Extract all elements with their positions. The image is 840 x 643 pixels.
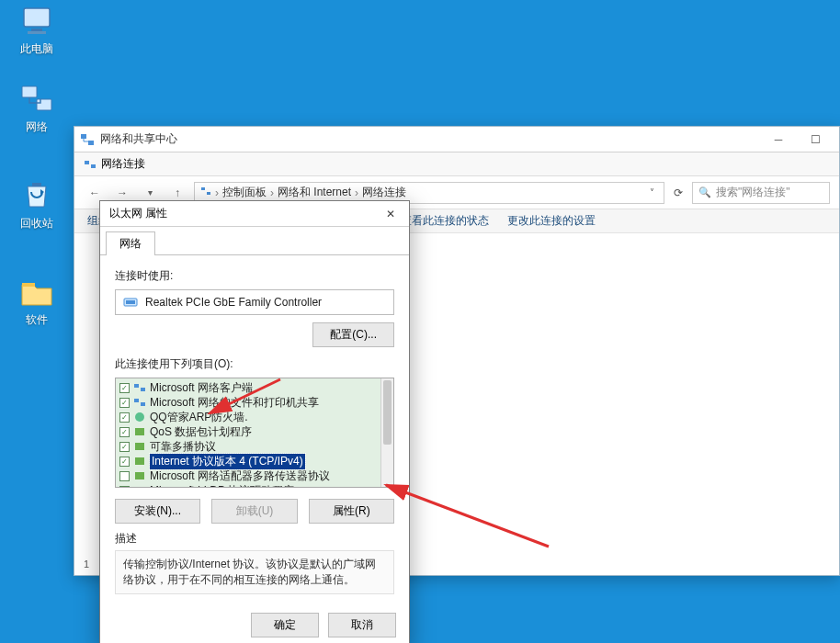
chevron-right-icon: › xyxy=(215,186,219,199)
network-component-icon xyxy=(133,382,146,393)
svg-rect-3 xyxy=(22,86,37,97)
desktop-icon-this-pc[interactable]: 此电脑 xyxy=(5,5,69,57)
desktop-icon-recycle-bin[interactable]: 回收站 xyxy=(5,179,69,231)
breadcrumb-icon xyxy=(200,186,211,199)
checkbox-icon[interactable]: ✓ xyxy=(119,486,130,489)
list-item[interactable]: ✓ 可靠多播协议 xyxy=(116,439,393,454)
list-item[interactable]: ✓ QoS 数据包计划程序 xyxy=(116,424,393,439)
scrollbar[interactable] xyxy=(380,378,393,487)
svg-rect-16 xyxy=(134,399,139,402)
network-sharing-icon xyxy=(80,132,95,147)
list-item[interactable]: ✓ QQ管家ARP防火墙. xyxy=(116,410,393,424)
install-button[interactable]: 安装(N)... xyxy=(115,499,200,524)
configure-button[interactable]: 配置(C)... xyxy=(312,322,394,347)
adapter-name: Realtek PCIe GbE Family Controller xyxy=(145,296,322,309)
svg-rect-20 xyxy=(135,443,144,450)
maximize-button[interactable]: ☐ xyxy=(797,130,834,150)
desktop-icon-label: 软件 xyxy=(5,312,69,328)
close-button[interactable]: ✕ xyxy=(376,204,405,224)
breadcrumb-item[interactable]: 控制面板 xyxy=(222,185,267,200)
properties-button[interactable]: 属性(R) xyxy=(309,499,394,524)
uninstall-button[interactable]: 卸载(U) xyxy=(211,499,297,524)
svg-rect-14 xyxy=(134,384,139,388)
explorer-tab-label: 网络连接 xyxy=(101,156,145,172)
svg-rect-1 xyxy=(31,28,42,31)
list-item[interactable]: Microsoft 网络适配器多路传送器协议 xyxy=(116,468,393,483)
svg-rect-6 xyxy=(81,134,86,139)
recycle-bin-icon xyxy=(18,179,55,212)
breadcrumb-item[interactable]: 网络连接 xyxy=(362,185,406,200)
network-icon xyxy=(18,83,55,116)
network-component-icon xyxy=(133,456,146,467)
svg-rect-0 xyxy=(24,8,50,27)
explorer-tab-strip: 网络连接 xyxy=(74,152,839,176)
tab-network[interactable]: 网络 xyxy=(106,231,155,255)
svg-rect-10 xyxy=(201,187,205,190)
list-item-label: Microsoft 网络客户端 xyxy=(150,380,253,396)
search-placeholder: 搜索"网络连接" xyxy=(716,185,790,200)
list-item[interactable]: ✓ Microsoft LLDP 协议驱动程序 xyxy=(116,483,393,488)
chevron-right-icon: › xyxy=(270,186,274,199)
dialog-titlebar[interactable]: 以太网 属性 ✕ xyxy=(100,201,409,227)
network-component-icon xyxy=(133,441,146,452)
checkbox-icon[interactable] xyxy=(119,471,130,481)
checkbox-icon[interactable]: ✓ xyxy=(119,412,130,423)
svg-rect-11 xyxy=(207,192,210,195)
svg-rect-19 xyxy=(135,428,144,435)
network-adapter-icon xyxy=(123,296,138,309)
checkbox-icon[interactable]: ✓ xyxy=(119,457,130,467)
list-item-label: QoS 数据包计划程序 xyxy=(150,424,252,440)
breadcrumb-item[interactable]: 网络和 Internet xyxy=(278,185,351,200)
desktop-icon-folder[interactable]: 软件 xyxy=(5,276,69,328)
svg-rect-15 xyxy=(141,388,145,391)
network-connections-icon xyxy=(84,158,96,171)
ethernet-properties-dialog: 以太网 属性 ✕ 网络 连接时使用: Realtek PCIe GbE Fami… xyxy=(99,200,410,643)
chevron-right-icon: › xyxy=(355,186,358,199)
status-item-count: 1 xyxy=(84,558,89,570)
list-item-label: Internet 协议版本 4 (TCP/IPv4) xyxy=(150,454,305,469)
svg-rect-17 xyxy=(141,402,145,406)
network-items-list[interactable]: ✓ Microsoft 网络客户端 ✓ Microsoft 网络的文件和打印机共… xyxy=(115,378,394,488)
checkbox-icon[interactable]: ✓ xyxy=(119,427,130,437)
checkbox-icon[interactable]: ✓ xyxy=(119,398,130,408)
network-component-icon xyxy=(133,412,146,423)
ok-button[interactable]: 确定 xyxy=(251,613,319,637)
computer-icon xyxy=(18,5,55,38)
titlebar[interactable]: 网络和共享中心 ─ ☐ xyxy=(74,127,839,152)
desktop-icon-label: 回收站 xyxy=(5,216,69,231)
folder-icon xyxy=(18,276,55,309)
toolbar-view-status[interactable]: 查看此连接的状态 xyxy=(401,213,489,229)
search-input[interactable]: 🔍 搜索"网络连接" xyxy=(692,182,830,204)
svg-rect-13 xyxy=(126,300,135,304)
list-item-selected[interactable]: ✓ Internet 协议版本 4 (TCP/IPv4) xyxy=(116,454,393,468)
refresh-button[interactable]: ⟳ xyxy=(670,185,687,201)
toolbar-change-settings[interactable]: 更改此连接的设置 xyxy=(507,213,596,229)
list-item-label: QQ管家ARP防火墙. xyxy=(150,410,248,425)
list-item-label: Microsoft LLDP 协议驱动程序 xyxy=(150,483,294,489)
svg-rect-23 xyxy=(135,487,144,488)
window-title: 网络和共享中心 xyxy=(100,131,760,147)
scroll-thumb[interactable] xyxy=(383,380,392,445)
checkbox-icon[interactable]: ✓ xyxy=(119,383,130,393)
svg-rect-9 xyxy=(91,164,96,168)
svg-rect-5 xyxy=(22,283,35,287)
list-item[interactable]: ✓ Microsoft 网络的文件和打印机共享 xyxy=(116,395,393,410)
desktop-icon-label: 网络 xyxy=(5,119,69,135)
dialog-body: 连接时使用: Realtek PCIe GbE Family Controlle… xyxy=(100,255,409,605)
list-item-label: Microsoft 网络的文件和打印机共享 xyxy=(150,395,319,411)
desktop-icon-network[interactable]: 网络 xyxy=(5,83,69,135)
minimize-button[interactable]: ─ xyxy=(760,130,797,150)
adapter-field: Realtek PCIe GbE Family Controller xyxy=(115,289,394,315)
svg-rect-22 xyxy=(135,472,144,479)
dialog-title: 以太网 属性 xyxy=(109,206,167,221)
svg-rect-2 xyxy=(28,31,46,34)
network-component-icon xyxy=(133,470,146,481)
description-label: 描述 xyxy=(115,531,394,547)
address-dropdown-button[interactable]: ˅ xyxy=(646,187,658,197)
search-icon: 🔍 xyxy=(698,186,711,198)
svg-point-18 xyxy=(135,412,144,422)
cancel-button[interactable]: 取消 xyxy=(328,613,396,637)
checkbox-icon[interactable]: ✓ xyxy=(119,442,130,452)
list-item-label: 可靠多播协议 xyxy=(150,439,216,455)
list-item[interactable]: ✓ Microsoft 网络客户端 xyxy=(116,380,393,395)
